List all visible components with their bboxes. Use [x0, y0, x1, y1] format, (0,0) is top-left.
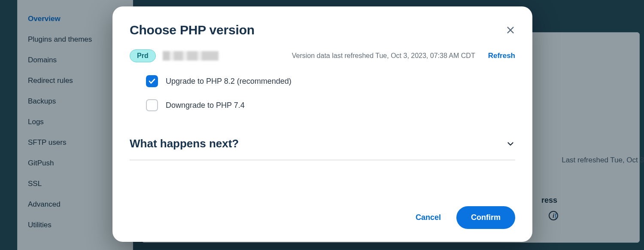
option-label: Upgrade to PHP 8.2 (recommended): [166, 77, 292, 86]
cancel-button[interactable]: Cancel: [416, 213, 441, 222]
chevron-down-icon: [506, 139, 515, 149]
modal-footer: Cancel Confirm: [130, 198, 515, 229]
option-upgrade-php82[interactable]: Upgrade to PHP 8.2 (recommended): [146, 75, 515, 87]
environment-badge: Prd: [130, 49, 156, 62]
what-happens-next-accordion[interactable]: What happens next?: [130, 137, 515, 160]
option-downgrade-php74[interactable]: Downgrade to PHP 7.4: [146, 99, 515, 111]
accordion-title: What happens next?: [130, 137, 239, 150]
confirm-button[interactable]: Confirm: [456, 206, 515, 229]
refresh-link[interactable]: Refresh: [488, 52, 515, 60]
modal-title: Choose PHP version: [130, 23, 255, 37]
checkbox-checked-icon[interactable]: [146, 75, 158, 87]
php-version-options: Upgrade to PHP 8.2 (recommended) Downgra…: [130, 75, 515, 111]
version-refresh-text: Version data last refreshed Tue, Oct 3, …: [292, 52, 475, 60]
option-label: Downgrade to PHP 7.4: [166, 101, 245, 110]
choose-php-modal: Choose PHP version Prd Version data last…: [112, 6, 532, 242]
close-icon[interactable]: [506, 25, 515, 35]
background-text-fragment-ress: ress: [541, 196, 557, 205]
environment-name-redacted: [163, 51, 219, 61]
info-icon[interactable]: i: [549, 211, 558, 220]
background-last-refreshed: Last refreshed Tue, Oct 3: [562, 156, 644, 165]
checkbox-unchecked-icon[interactable]: [146, 99, 158, 111]
environment-row: Prd Version data last refreshed Tue, Oct…: [130, 49, 515, 62]
